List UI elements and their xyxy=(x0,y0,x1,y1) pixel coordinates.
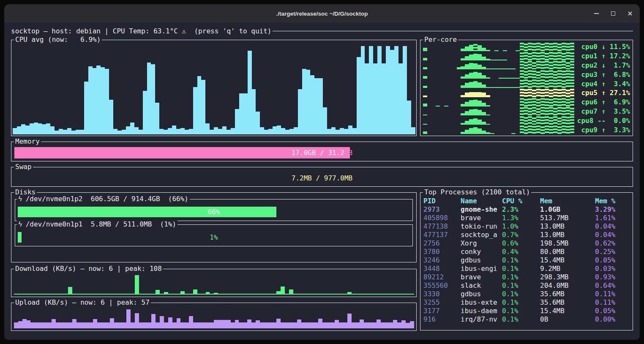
spark-bar xyxy=(499,78,503,79)
spark-bar xyxy=(473,81,478,88)
core-sparkline xyxy=(423,98,574,106)
chart-bar xyxy=(185,322,189,328)
chart-bar xyxy=(239,294,243,295)
chart-bar xyxy=(382,63,386,134)
spark-bar xyxy=(570,61,574,69)
chart-bar xyxy=(373,63,377,134)
chart-bar xyxy=(372,322,377,328)
spark-bar xyxy=(461,95,465,97)
core-label: cpu5 ↑ 27.1% xyxy=(574,89,630,97)
chart-bar xyxy=(206,322,210,328)
spark-bar xyxy=(478,101,482,106)
chart-bar xyxy=(289,289,293,295)
spark-bar xyxy=(549,99,553,106)
chart-bar xyxy=(403,46,407,134)
chart-bar xyxy=(118,322,122,328)
spark-bar xyxy=(478,92,482,97)
spark-bar xyxy=(557,117,562,125)
chart-bar xyxy=(214,127,218,134)
spark-bar xyxy=(469,55,473,60)
cell: gdbus xyxy=(461,290,502,298)
process-row: 3177ibus-daem0.1%15.4MB0.05% xyxy=(423,307,630,315)
spark-bar xyxy=(461,49,465,51)
spark-bar xyxy=(566,90,570,97)
memory-panel: Memory 17.0GB / 31.2GB xyxy=(11,142,633,161)
process-row: 89212brave0.1%298.3MB0.93% xyxy=(423,273,630,281)
cell: 3246 xyxy=(423,256,461,265)
spark-bar xyxy=(570,108,574,115)
process-row: 2756Xorg0.6%198.5MB0.62% xyxy=(423,239,630,248)
chart-bar xyxy=(76,322,81,328)
status-header: socktop — host: debian | CPU Temp: 63.1°… xyxy=(11,26,633,35)
spark-bar xyxy=(524,126,528,134)
spark-bar xyxy=(482,103,486,106)
maximize-button[interactable] xyxy=(610,11,616,16)
spark-bar xyxy=(540,70,545,79)
spark-bar xyxy=(423,48,427,51)
spark-bar xyxy=(532,62,536,70)
spark-bar xyxy=(528,116,532,125)
disk-gauge-label: 66% xyxy=(18,207,410,217)
spark-bar xyxy=(423,76,427,79)
cell: 916 xyxy=(423,315,461,324)
chart-bar xyxy=(180,291,185,295)
spark-bar xyxy=(473,63,478,69)
spark-bar xyxy=(478,65,482,69)
chart-bar xyxy=(117,131,122,134)
chart-bar xyxy=(364,322,368,328)
spark-bar xyxy=(532,90,536,97)
chart-bar xyxy=(272,294,276,295)
chart-bar xyxy=(293,322,297,328)
cell: 0B xyxy=(540,315,595,324)
chart-bar xyxy=(339,294,343,295)
core-row-cpu1: cpu1 ↑ 17.2% xyxy=(423,52,630,61)
chart-bar xyxy=(114,294,118,295)
chart-bar xyxy=(17,126,21,134)
chart-bar xyxy=(231,128,235,134)
window-titlebar[interactable]: ./target/release/soc ~/D/G/socktop × xyxy=(4,4,640,23)
chart-bar xyxy=(39,294,43,295)
spark-bar xyxy=(528,53,532,60)
spark-bar xyxy=(465,74,469,79)
spark-bar xyxy=(490,60,494,60)
chart-bar xyxy=(377,319,381,328)
spark-bar xyxy=(562,126,566,134)
disk-title-text: /dev/nvme0n1p2 606.5GB / 914.4GB (66%) xyxy=(26,195,188,203)
chart-bar xyxy=(22,294,27,295)
cell: 3177 xyxy=(423,307,461,315)
spark-bar xyxy=(524,117,528,125)
cell: 0.1% xyxy=(502,256,540,265)
spark-bar xyxy=(532,107,536,115)
chart-bar xyxy=(239,322,243,328)
chart-bar xyxy=(35,294,39,295)
spark-bar xyxy=(557,52,562,60)
spark-bar xyxy=(545,126,549,134)
spark-bar xyxy=(507,68,511,69)
memory-gauge: 17.0GB / 31.2GB xyxy=(14,147,630,158)
top-processes-panel-title: Top Processes (2100 total) xyxy=(423,188,531,197)
cell: 2756 xyxy=(423,239,461,248)
core-row-cpu7: cpu7 ↑ 3.5% xyxy=(423,107,630,116)
chart-bar xyxy=(347,314,352,328)
chart-bar xyxy=(71,131,76,134)
chart-bar xyxy=(210,130,214,134)
chart-bar xyxy=(301,294,306,295)
chart-bar xyxy=(281,287,285,295)
chart-bar xyxy=(319,78,323,134)
core-label: cpu6 ↑ 6.9% xyxy=(574,98,630,106)
close-button[interactable]: × xyxy=(627,11,633,16)
spark-bar xyxy=(549,52,553,60)
chart-bar xyxy=(72,294,76,295)
minimize-button[interactable] xyxy=(593,11,599,16)
spark-bar xyxy=(499,87,503,88)
chart-bar xyxy=(155,103,159,134)
spark-bar xyxy=(562,98,566,106)
disk-item-nvme0n1p2: ϟ /dev/nvme0n1p2 606.5GB / 914.4GB (66%)… xyxy=(15,199,413,221)
spark-bar xyxy=(469,100,473,106)
window-controls: × xyxy=(593,4,633,23)
spark-bar xyxy=(465,64,469,69)
spark-bar xyxy=(545,71,549,79)
per-core-panel: Per-core cpu0 ↓ 11.5%cpu1 ↑ 17.2%cpu2 ↓ … xyxy=(420,40,633,136)
spark-bar xyxy=(553,43,557,51)
chart-bar xyxy=(256,294,260,295)
